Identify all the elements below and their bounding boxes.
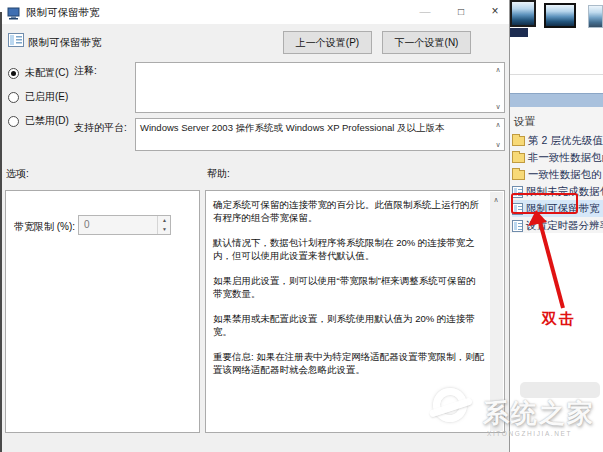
comment-label: 注释: — [74, 64, 97, 78]
options-label: 选项: — [6, 167, 29, 181]
scroll-down-icon[interactable]: ∨ — [492, 141, 504, 149]
spin-up-button[interactable]: ▲ — [158, 216, 171, 225]
previous-setting-button[interactable]: 上一个设置(P) — [283, 31, 372, 54]
spin-down-button[interactable]: ▼ — [158, 225, 171, 234]
policy-setting-icon — [512, 220, 523, 232]
scroll-up-icon[interactable]: ∧ — [490, 196, 502, 204]
bandwidth-limit-label: 带宽限制 (%): — [14, 220, 75, 234]
scroll-up-icon[interactable]: ∧ — [492, 66, 504, 74]
policy-list-item-limit-reservable-bandwidth[interactable]: 限制可保留带宽 — [512, 200, 603, 217]
help-paragraph: 如果禁用或未配置此设置，则系统使用默认值为 20% 的连接带宽。 — [213, 312, 485, 338]
bandwidth-limit-spinner[interactable]: 0 ▲ ▼ — [78, 215, 171, 235]
policy-list-item[interactable]: 设置定时器分辨率 — [512, 217, 603, 234]
help-paragraph: 如果启用此设置，则可以使用“带宽限制”框来调整系统可保留的带宽数量。 — [213, 274, 485, 300]
photo-thumbnail[interactable] — [588, 5, 603, 28]
thumbnail-fragment — [510, 28, 528, 37]
scroll-down-icon[interactable]: ∨ — [492, 103, 504, 111]
photo-thumbnail[interactable] — [510, 0, 536, 27]
radio-not-configured[interactable]: 未配置(C) — [8, 66, 69, 80]
dialog-titlebar[interactable]: 限制可保留带宽 — □ × — [0, 0, 509, 24]
policy-settings-list: 第 2 层优先级值 非一致性数据包的 一致性数据包的 DS 限制未完成数据包 限… — [512, 132, 603, 234]
policy-list-item[interactable]: 一致性数据包的 DS — [512, 166, 603, 183]
help-text: 确定系统可保留的连接带宽的百分比。此值限制系统上运行的所有程序的组合带宽保留。 … — [206, 191, 489, 432]
screen: 设置 第 2 层优先级值 非一致性数据包的 一致性数据包的 DS 限制未完成数据… — [0, 0, 603, 452]
help-paragraph: 默认情况下，数据包计划程序将系统限制在 20% 的连接带宽之内，但可以使用此设置… — [213, 236, 485, 262]
dialog-title: 限制可保留带宽 — [26, 6, 100, 20]
policy-setting-dialog: 限制可保留带宽 — □ × 限制可保留带宽 上一个设置(P) 下一个设置(N) … — [0, 0, 510, 452]
policy-setting-icon — [512, 186, 523, 198]
bandwidth-limit-value: 0 — [84, 219, 90, 230]
photo-thumbnail[interactable] — [544, 3, 576, 28]
maximize-button[interactable]: □ — [446, 0, 476, 24]
divider — [510, 74, 603, 75]
gpedit-background-window: 设置 第 2 层优先级值 非一致性数据包的 一致性数据包的 DS 限制未完成数据… — [510, 0, 603, 452]
folder-icon — [512, 136, 525, 146]
spinner-buttons: ▲ ▼ — [157, 216, 170, 234]
settings-list-header: 设置 — [514, 115, 535, 129]
minimize-button[interactable]: — — [410, 0, 440, 24]
supported-on-label: 支持的平台: — [74, 121, 127, 135]
close-button[interactable]: × — [480, 0, 510, 24]
column-header-strip — [510, 93, 603, 107]
radio-icon — [8, 92, 19, 103]
policy-setting-icon — [512, 203, 523, 215]
policy-setting-icon — [8, 33, 24, 51]
radio-icon — [8, 116, 19, 127]
policy-list-item[interactable]: 限制未完成数据包 — [512, 183, 603, 200]
help-paragraph: 重要信息: 如果在注册表中为特定网络适配器设置带宽限制，则配置该网络适配器时就会… — [213, 350, 485, 376]
panel-pill — [520, 382, 600, 398]
radio-selected-icon — [8, 68, 19, 79]
policy-list-item[interactable]: 第 2 层优先级值 — [512, 132, 603, 149]
next-setting-button[interactable]: 下一个设置(N) — [382, 31, 471, 54]
help-panel: 确定系统可保留的连接带宽的百分比。此值限制系统上运行的所有程序的组合带宽保留。 … — [205, 190, 505, 433]
folder-icon — [512, 153, 525, 163]
help-scrollbar[interactable]: ∧ ∨ — [490, 192, 503, 431]
scroll-up-icon[interactable]: ∧ — [492, 121, 504, 129]
comment-textarea[interactable] — [135, 62, 505, 113]
radio-disabled[interactable]: 已禁用(D) — [8, 114, 69, 128]
supported-on-value: Windows Server 2003 操作系统或 Windows XP Pro… — [135, 118, 505, 151]
scroll-down-icon[interactable]: ∨ — [490, 419, 502, 427]
radio-enabled[interactable]: 已启用(E) — [8, 90, 68, 104]
app-icon — [7, 6, 21, 24]
options-panel: 带宽限制 (%): 0 ▲ ▼ — [5, 190, 200, 433]
help-label: 帮助: — [207, 167, 230, 181]
window-edge — [0, 12, 2, 452]
policy-list-item[interactable]: 非一致性数据包的 — [512, 149, 603, 166]
setting-name-heading: 限制可保留带宽 — [28, 36, 102, 50]
help-paragraph: 确定系统可保留的连接带宽的百分比。此值限制系统上运行的所有程序的组合带宽保留。 — [213, 198, 485, 224]
folder-icon — [512, 170, 525, 180]
